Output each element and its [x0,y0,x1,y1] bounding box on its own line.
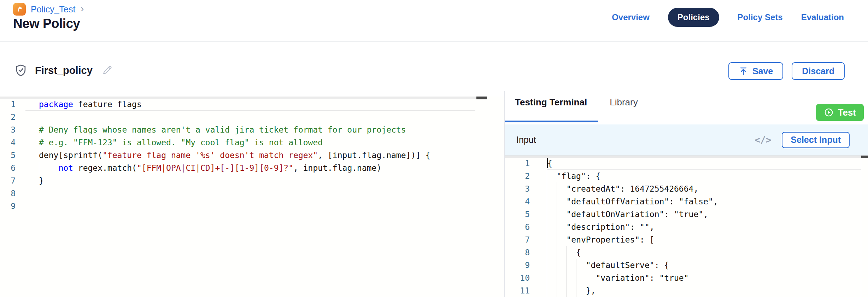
line-number: 7 [505,233,530,246]
indent-guide [547,272,547,284]
line-number: 1 [505,157,530,170]
active-tab-underline [505,121,598,122]
code-line-9: 9 "defaultServe": { [505,259,861,272]
indent-guide [566,259,567,272]
indent-guide [557,259,557,272]
select-input-button[interactable]: Select Input [782,132,850,148]
test-button-label: Test [838,107,856,118]
edit-name-pencil-icon[interactable] [101,64,113,76]
indent-guide [557,284,557,297]
indent-guide [586,272,586,284]
indent-guide [547,208,547,221]
breadcrumb: Policy_Test › [13,3,84,16]
token-pl: , [input.flag.name])] { [318,151,430,160]
nav-tab-overview[interactable]: Overview [612,12,650,22]
token-pl: regex.match( [73,163,137,173]
input-header: Input </> Select Input [505,124,868,156]
line-number: 3 [0,123,16,136]
code-line-3: 3# Deny flags whose names aren't a valid… [0,123,504,136]
new-policy-page: Policy_Test › New Policy OverviewPolicie… [0,0,868,297]
indent-guide [557,221,557,233]
token-st: "[FFM|OPA|CI|CD]+[-][1-9][0-9]?" [137,163,293,173]
policy-actions: Save Discard [728,62,845,80]
breadcrumb-chevron-icon: › [80,3,84,14]
input-editor-overview-ruler-marker[interactable] [861,156,868,158]
nav-tab-policies[interactable]: Policies [668,8,719,27]
code-text [39,187,504,200]
token-pl: { [547,159,552,168]
nav-tab-policy-sets[interactable]: Policy Sets [738,12,783,22]
line-number: 10 [505,272,530,284]
indent-guide [576,272,576,284]
page-header: Policy_Test › New Policy OverviewPolicie… [0,0,868,42]
code-text [39,111,504,123]
top-nav: OverviewPoliciesPolicy SetsEvaluation [612,8,844,27]
tab-library[interactable]: Library [610,97,638,108]
line-number: 8 [0,187,16,200]
line-number: 2 [505,170,530,182]
code-text: "flag": { [547,170,861,182]
indent-guide [547,221,547,233]
line-number: 5 [505,208,530,221]
line-number: 9 [505,259,530,272]
input-json-editor[interactable]: 1{2 "flag": {3 "createdAt": 164725542666… [505,156,868,297]
tab-testing-terminal[interactable]: Testing Terminal [515,97,587,108]
code-line-5: 5 "defaultOnVariation": "true", [505,208,861,221]
indent-guide [547,233,547,246]
token-pl: } [39,176,44,185]
policy-title-row: First_policy [14,64,113,77]
code-line-7: 7 "envProperties": [ [505,233,861,246]
feature-flags-module-icon [13,3,26,16]
code-text: { [547,246,861,259]
code-text: { [547,157,861,170]
code-line-8: 8 [0,187,504,200]
token-pl: feature_flags [73,100,142,109]
code-text: # e.g. "FFM-123" is allowed. "My cool fl… [39,136,504,149]
token-pl: "description": "", [547,222,655,232]
code-text: } [39,174,504,187]
line-number: 4 [0,136,16,149]
indent-guide [566,246,567,259]
code-text: not regex.match("[FFM|OPA|CI|CD]+[-][1-9… [39,162,504,174]
token-kw: not [58,163,73,173]
code-view-icon[interactable]: </> [755,135,771,145]
code-text: "envProperties": [ [547,233,861,246]
token-cm: # e.g. "FFM-123" is allowed. "My cool fl… [39,138,323,147]
token-pl: "envProperties": [ [547,235,655,244]
indent-guide [39,162,39,174]
line-number: 6 [505,221,530,233]
nav-tab-evaluation[interactable]: Evaluation [801,12,844,22]
code-text: "defaultServe": { [547,259,861,272]
code-text: }, [547,284,861,297]
token-pl: }, [547,286,596,295]
breadcrumb-project-link[interactable]: Policy_Test [31,4,75,14]
input-editor-scrollbar-gutter [861,158,861,297]
indent-guide [557,208,557,221]
code-text: deny[sprintf("feature flag name '%s' doe… [39,149,504,162]
page-title: New Policy [13,16,80,31]
code-text [39,200,504,212]
token-st: "feature flag name '%s' doesn't match re… [102,151,318,160]
input-label: Input [516,135,536,145]
token-pl: "variation": "true" [547,273,689,283]
token-pl: "defaultOnVariation": "true", [547,210,708,219]
line-number: 5 [0,149,16,162]
input-editor-top-shadow [505,156,861,158]
save-button[interactable]: Save [728,62,783,80]
indent-guide [547,195,547,208]
indent-guide [557,246,557,259]
indent-guide [576,259,576,272]
code-text: "defaultOnVariation": "true", [547,208,861,221]
test-button[interactable]: Test [816,104,864,121]
code-text: package feature_flags [39,98,504,111]
editor-overview-ruler-marker[interactable] [476,97,487,99]
token-kw: package [39,100,73,109]
token-pl: "defaultOffVariation": "false", [547,197,718,206]
code-line-2: 2 [0,111,504,123]
indent-guide [566,272,567,284]
policy-code-editor[interactable]: 1package feature_flags23# Deny flags who… [0,97,504,297]
policy-name: First_policy [35,65,93,76]
code-line-6: 6 not regex.match("[FFM|OPA|CI|CD]+[-][1… [0,162,504,174]
line-number: 7 [0,174,16,187]
discard-button[interactable]: Discard [792,62,845,80]
